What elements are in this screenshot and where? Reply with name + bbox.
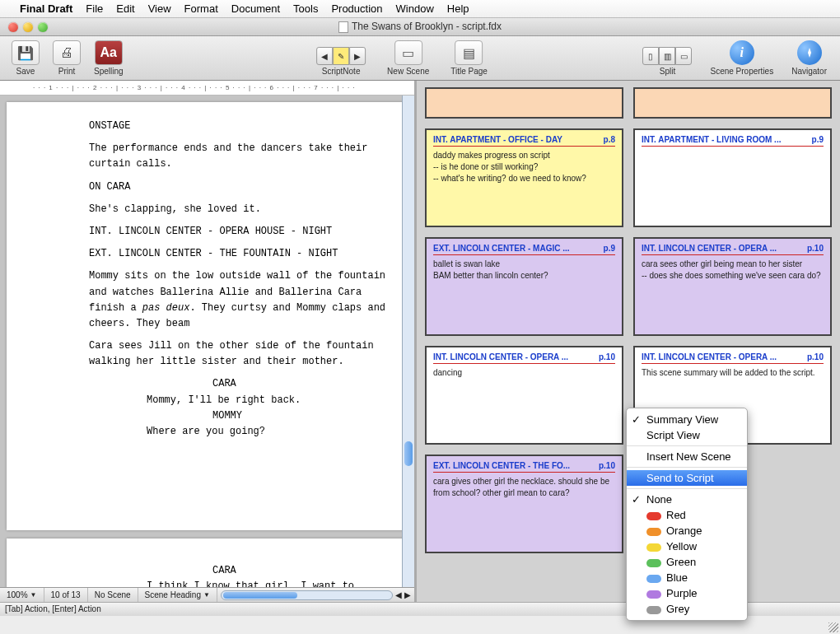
scene-card[interactable]: INT. APARTMENT - LIVING ROOM ...p.9 [633,128,832,227]
zoom-select[interactable]: 100%▼ [0,588,44,602]
card-header: INT. APARTMENT - LIVING ROOM ...p.9 [642,135,824,147]
ctx-color-orange[interactable]: Orange [627,523,747,538]
script-line[interactable]: MOMMY [89,408,402,424]
title-bar[interactable]: The Swans of Brooklyn - script.fdx [0,18,840,36]
vertical-scrollbar[interactable] [402,96,414,587]
menu-edit[interactable]: Edit [116,2,134,15]
script-line[interactable]: Mommy sits on the low outside wall of th… [89,268,402,332]
split-icon: ▯▥▭ [642,47,692,65]
ctx-color-none[interactable]: None [627,492,747,507]
element-select[interactable]: Scene Heading▼ [138,588,217,602]
script-line[interactable]: CARA [89,376,402,392]
card-header: INT. APARTMENT - OFFICE - DAYp.8 [433,135,615,147]
print-icon: 🖨 [53,40,81,65]
card-body: This scene summary will be added to the … [642,367,824,379]
app-menu[interactable]: Final Draft [20,2,72,15]
menu-format[interactable]: Format [184,2,218,15]
menu-help[interactable]: Help [447,2,469,15]
menu-document[interactable]: Document [231,2,280,15]
save-icon: 💾 [12,40,40,65]
info-icon: i [730,40,754,65]
script-line[interactable]: CARA [89,563,402,579]
ctx-color-purple[interactable]: Purple [627,585,747,601]
newscene-icon: ▭ [394,40,422,65]
page-2[interactable]: CARAI think I know that girl, I want to … [7,538,410,587]
card-body: cara gives other girl the necklace. shou… [433,476,615,499]
titlepage-button[interactable]: ▤Title Page [446,39,492,77]
navigator-button[interactable]: Navigator [786,39,832,77]
script-line[interactable]: ONSTAGE [89,119,402,134]
scriptnote-button[interactable]: ◀✎▶ScriptNote [311,45,371,77]
card-body: cara sees other girl being mean to her s… [642,259,824,282]
script-line[interactable]: Cara sees Jill on the other side of the … [89,338,402,370]
scene-card[interactable]: INT. LINCOLN CENTER - OPERA ...p.10cara … [633,237,832,336]
menu-view[interactable]: View [148,2,171,15]
ctx-color-red[interactable]: Red [627,507,747,523]
titlepage-icon: ▤ [455,40,483,65]
scene-card[interactable]: INT. APARTMENT - OFFICE - DAYp.8daddy ma… [425,128,623,227]
horizontal-scrollbar[interactable]: ◀▶ [217,590,414,600]
menu-production[interactable]: Production [331,2,382,15]
ctx-color-grey[interactable]: Grey [627,601,747,617]
scene-card[interactable] [425,87,623,119]
scene-card[interactable]: INT. LINCOLN CENTER - OPERA ...p.10danci… [425,346,623,445]
window-title: The Swans of Brooklyn - script.fdx [0,21,840,33]
page-counter: 10 of 13 [44,588,88,602]
save-button[interactable]: 💾Save [7,39,44,77]
menu-window[interactable]: Window [396,2,434,15]
scene-select[interactable]: No Scene [88,588,138,602]
ctx-send-to-script[interactable]: Send to Script [627,470,747,486]
ctx-color-yellow[interactable]: Yellow [627,538,747,554]
card-header: EXT. LINCOLN CENTER - MAGIC ...p.9 [433,244,615,255]
script-line[interactable]: The performance ends and the dancers tak… [89,141,402,172]
ctx-script-view[interactable]: Script View [627,427,747,443]
script-line[interactable]: EXT. LINCOLN CENTER - THE FOUNTAIN - NIG… [89,246,402,262]
scene-properties-button[interactable]: iScene Properties [705,39,778,77]
split-button[interactable]: ▯▥▭Split [637,45,697,77]
card-header: INT. LINCOLN CENTER - OPERA ...p.10 [642,352,824,364]
script-line[interactable]: I think I know that girl, I want to tell… [89,579,402,587]
card-body: ballet is swan lakeBAM better than linco… [433,259,615,282]
scene-card[interactable] [633,87,832,119]
script-line[interactable]: ON CARA [89,179,402,195]
script-line[interactable]: She's clapping, she loved it. [89,202,402,217]
resize-handle[interactable] [828,622,838,632]
ctx-insert-scene[interactable]: Insert New Scene [627,449,747,464]
script-line[interactable]: Where are you going? [89,424,402,440]
svg-marker-0 [808,48,811,58]
menu-tools[interactable]: Tools [293,2,318,15]
context-menu[interactable]: Summary View Script View Insert New Scen… [626,408,748,621]
menu-file[interactable]: File [86,2,103,15]
newscene-button[interactable]: ▭New Scene [382,39,434,77]
menubar[interactable]: Final Draft File Edit View Format Docume… [0,0,840,18]
toolbar: 💾Save 🖨Print AaSpelling ◀✎▶ScriptNote ▭N… [0,36,840,81]
spelling-button[interactable]: AaSpelling [89,39,128,77]
card-header: INT. LINCOLN CENTER - OPERA ...p.10 [642,244,824,255]
ctx-summary-view[interactable]: Summary View [627,412,747,427]
page-1[interactable]: ONSTAGEThe performance ends and the danc… [7,102,410,530]
script-pane: · · · 1 · · · | · · · 2 · · · | · · · 3 … [0,81,417,602]
print-button[interactable]: 🖨Print [48,39,86,77]
script-line[interactable]: INT. LINCOLN CENTER - OPERA HOUSE - NIGH… [89,224,402,240]
ctx-color-green[interactable]: Green [627,554,747,570]
document-icon [338,21,348,33]
page-area[interactable]: ONSTAGEThe performance ends and the danc… [0,96,414,587]
card-header: EXT. LINCOLN CENTER - THE FO...p.10 [433,461,615,473]
scene-card[interactable]: EXT. LINCOLN CENTER - MAGIC ...p.9ballet… [425,237,623,336]
ruler[interactable]: · · · 1 · · · | · · · 2 · · · | · · · 3 … [0,81,414,96]
card-body: dancing [433,367,615,379]
scroll-thumb[interactable] [404,441,413,466]
spelling-icon: Aa [95,40,123,65]
card-body: daddy makes progress on script-- is he d… [433,150,615,184]
footer-bar: 100%▼ 10 of 13 No Scene Scene Heading▼ ◀… [0,587,414,602]
script-line[interactable]: Mommy, I'll be right back. [89,393,402,408]
card-header: INT. LINCOLN CENTER - OPERA ...p.10 [433,352,615,364]
scene-card[interactable]: EXT. LINCOLN CENTER - THE FO...p.10cara … [425,455,623,553]
ctx-color-blue[interactable]: Blue [627,570,747,585]
compass-icon [797,40,822,65]
